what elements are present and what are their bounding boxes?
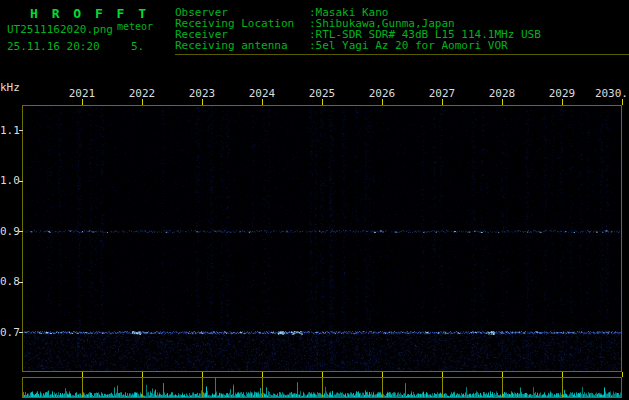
signal-strip-frame [22,377,622,398]
spectrogram-canvas [23,106,621,371]
info-value: :5el Yagi Az 20 for Aomori VOR [309,39,508,52]
spectrogram-frame [22,105,622,372]
axis-tick [262,99,263,105]
axis-tick [502,372,503,377]
y-axis-label: 1.0 [0,174,19,187]
axis-tick [382,99,383,105]
axis-tick [19,231,23,232]
axis-tick [19,332,23,333]
axis-tick [82,99,83,105]
axis-tick [382,372,383,377]
y-axis-label: 0.7 [0,326,19,339]
axis-tick [562,99,563,105]
axis-tick [562,372,563,377]
axis-tick [82,372,83,377]
axis-tick [202,372,203,377]
axis-tick [19,130,23,131]
axis-tick [622,372,623,377]
axis-tick [19,282,23,283]
axis-tick [142,372,143,377]
axis-tick [202,99,203,105]
axis-tick [442,99,443,105]
header-separator [175,54,629,55]
y-axis-label: 0.8 [0,275,19,288]
axis-tick [502,99,503,105]
y-axis-label: 0.9 [0,225,19,238]
header-info-row: Receiving antenna :5el Yagi Az 20 for Ao… [0,39,629,51]
y-axis-unit: kHz [0,81,19,94]
axis-tick [442,372,443,377]
axis-tick [142,99,143,105]
hrofft-output: H R O F F T UT2511162020.png meteor 25.1… [0,0,629,400]
axis-tick [322,99,323,105]
y-axis-label: 1.1 [0,124,19,137]
axis-tick [622,99,623,105]
axis-tick [262,372,263,377]
info-label: Receiving antenna [175,39,288,52]
signal-strip-canvas [23,378,621,397]
axis-tick [322,372,323,377]
axis-tick [19,181,23,182]
